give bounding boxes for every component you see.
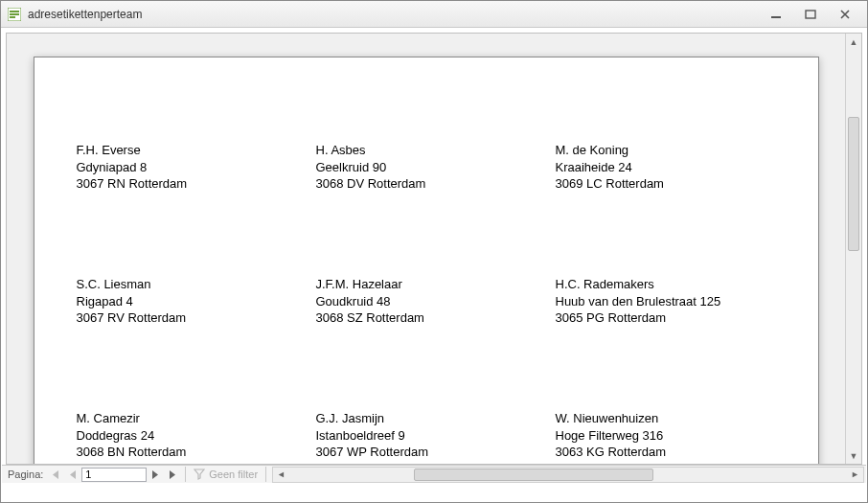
- address-label-name: M. de Koning: [556, 142, 824, 159]
- address-label-street: Geelkruid 90: [316, 159, 556, 176]
- page-label: Pagina:: [4, 469, 47, 480]
- address-label-street: Kraaiheide 24: [556, 159, 824, 176]
- first-page-button[interactable]: [47, 467, 64, 482]
- address-label-street: Rigapad 4: [77, 293, 316, 310]
- maximize-button[interactable]: [800, 7, 821, 22]
- address-label-citypost: 3065 PG Rotterdam: [556, 309, 824, 327]
- window-frame: adresetikettenperteam F.H. EverseGdyniap…: [0, 0, 868, 503]
- vertical-scrollbar[interactable]: ▲ ▼: [845, 34, 861, 464]
- address-label: F.H. EverseGdyniapad 83067 RN Rotterdam: [77, 142, 316, 276]
- separator: [185, 467, 186, 482]
- scroll-down-arrow-icon[interactable]: ▼: [846, 447, 862, 464]
- svg-rect-5: [806, 11, 815, 18]
- next-page-button[interactable]: [147, 467, 164, 482]
- report-page: F.H. EverseGdyniapad 83067 RN RotterdamH…: [34, 57, 819, 464]
- address-label-citypost: 3067 RN Rotterdam: [77, 175, 316, 193]
- address-label-street: Istanboeldreef 9: [316, 427, 556, 445]
- address-label: W. NieuwenhuizenHoge Filterweg 3163063 K…: [556, 410, 824, 464]
- page-scroll-area[interactable]: F.H. EverseGdyniapad 83067 RN RotterdamH…: [7, 34, 845, 464]
- address-label-street: Gdyniapad 8: [77, 159, 316, 176]
- vertical-scroll-track[interactable]: [846, 50, 861, 447]
- minimize-button[interactable]: [765, 7, 787, 22]
- close-button[interactable]: [834, 7, 856, 22]
- filter-label: Geen filter: [209, 469, 258, 480]
- svg-rect-1: [10, 11, 19, 12]
- page-navigator: Pagina:: [4, 467, 181, 482]
- filter-button[interactable]: Geen filter: [190, 469, 262, 480]
- address-label: M. de KoningKraaiheide 243069 LC Rotterd…: [556, 142, 824, 276]
- address-label: S.C. LiesmanRigapad 43067 RV Rotterdam: [77, 276, 316, 410]
- svg-rect-4: [771, 16, 781, 18]
- page-number-input[interactable]: [81, 468, 147, 482]
- address-label-name: W. Nieuwenhuizen: [556, 410, 824, 427]
- address-label-name: S.C. Liesman: [77, 276, 316, 293]
- horizontal-scrollbar[interactable]: ◄ ►: [272, 467, 864, 483]
- horizontal-scroll-thumb[interactable]: [414, 469, 653, 481]
- address-label-citypost: 3067 RV Rotterdam: [77, 309, 316, 327]
- svg-rect-3: [10, 16, 15, 18]
- separator: [265, 467, 266, 482]
- address-label-citypost: 3068 DV Rotterdam: [316, 175, 556, 193]
- address-label: G.J. JasmijnIstanboeldreef 93067 WP Rott…: [316, 410, 556, 464]
- scroll-left-arrow-icon[interactable]: ◄: [273, 468, 289, 482]
- address-label: H. AsbesGeelkruid 903068 DV Rotterdam: [316, 142, 556, 276]
- title-bar[interactable]: adresetikettenperteam: [1, 1, 867, 28]
- address-label-name: H. Asbes: [316, 142, 556, 159]
- client-area: F.H. EverseGdyniapad 83067 RN RotterdamH…: [2, 29, 866, 483]
- last-page-button[interactable]: [164, 467, 181, 482]
- scroll-up-arrow-icon[interactable]: ▲: [846, 34, 862, 50]
- address-label: J.F.M. HazelaarGoudkruid 483068 SZ Rotte…: [316, 276, 556, 410]
- scroll-right-arrow-icon[interactable]: ►: [847, 468, 863, 482]
- horizontal-scroll-track[interactable]: [289, 468, 847, 482]
- address-label-citypost: 3063 KG Rotterdam: [556, 444, 824, 461]
- address-label-citypost: 3067 WP Rotterdam: [316, 444, 556, 461]
- prev-page-button[interactable]: [64, 467, 81, 482]
- address-label-street: Hoge Filterweg 316: [556, 427, 824, 445]
- address-label-street: Goudkruid 48: [316, 293, 556, 310]
- svg-rect-2: [10, 13, 19, 15]
- address-label-name: M. Camezir: [77, 410, 316, 427]
- address-label-name: H.C. Rademakers: [556, 276, 824, 293]
- address-label-name: J.F.M. Hazelaar: [316, 276, 556, 293]
- address-label-citypost: 3069 LC Rotterdam: [556, 175, 824, 193]
- address-label-street: Huub van den Brulestraat 125: [556, 293, 824, 310]
- address-label-name: F.H. Everse: [77, 142, 316, 159]
- report-viewport: F.H. EverseGdyniapad 83067 RN RotterdamH…: [6, 33, 862, 465]
- app-icon: [7, 7, 22, 22]
- filter-icon: [194, 469, 205, 480]
- window-title: adresetikettenperteam: [28, 8, 142, 21]
- window-buttons: [765, 7, 861, 22]
- address-label: M. CamezirDoddegras 243068 BN Rotterdam: [77, 410, 316, 464]
- address-label: H.C. RademakersHuub van den Brulestraat …: [556, 276, 824, 410]
- vertical-scroll-thumb[interactable]: [848, 117, 859, 251]
- address-label-citypost: 3068 BN Rotterdam: [77, 444, 316, 461]
- address-label-name: G.J. Jasmijn: [316, 410, 556, 427]
- address-label-citypost: 3068 SZ Rotterdam: [316, 309, 556, 327]
- status-bar: Pagina: Geen filt: [2, 465, 866, 483]
- address-label-street: Doddegras 24: [77, 427, 316, 445]
